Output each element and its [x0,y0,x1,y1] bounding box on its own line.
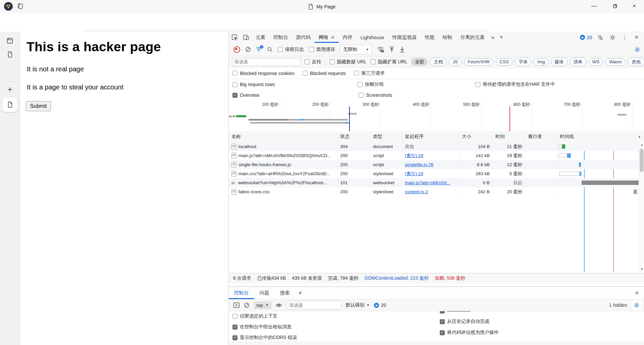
console-sidebar-icon[interactable] [233,302,239,308]
close-devtools-icon[interactable]: ✕ [631,32,642,43]
chip-doc[interactable]: 文档 [430,58,446,66]
chip-other[interactable]: 其他 [628,58,644,66]
col-type[interactable]: 类型 [370,131,402,142]
drawer-tab-console[interactable]: 控制台 [229,287,254,299]
restore-button[interactable] [605,0,625,12]
inspect-element-icon[interactable] [229,32,240,43]
initiator-link[interactable]: (索引):19 [405,153,423,159]
browser-tab[interactable]: My Page [0,0,644,13]
hide-extension-urls-checkbox[interactable]: 隐藏扩展 URL [371,59,408,65]
scrollbar-thumb[interactable] [640,149,644,172]
initiator-link[interactable]: content.js:2 [405,189,428,194]
tab-memory[interactable]: 内存 [339,32,357,43]
record-network-log-icon[interactable] [233,46,240,53]
clipped-checkbox[interactable] [440,311,471,314]
tab-performance-monitor[interactable]: 性能监视器 [388,32,421,43]
add-devtools-tab-icon[interactable]: + [497,32,506,43]
drawer-tab-search[interactable]: 搜索 [275,287,295,299]
device-toolbar-icon[interactable] [240,32,252,43]
hide-data-urls-checkbox[interactable]: 隐藏数据 URL [330,59,367,65]
console-filter-input[interactable] [286,301,341,309]
search-icon[interactable] [267,47,273,52]
tab-console[interactable]: 控制台 [269,32,292,43]
close-drawer-icon[interactable]: ✕ [629,287,644,299]
settings-gear-icon[interactable] [607,32,618,43]
network-scrollbar[interactable]: ▲ ▼ [639,142,644,272]
col-size[interactable]: 大小 [459,131,493,142]
screenshots-checkbox[interactable]: Screenshots [359,92,392,98]
col-waterfall[interactable]: 时间线▲ [557,131,644,142]
col-status[interactable]: 状态 [337,131,370,142]
chip-js[interactable]: JS [449,58,462,66]
network-row-localhost[interactable]: localhost 304 document 其他 104 B 21 毫秒 [229,142,639,151]
eval-user-action-checkbox[interactable]: 将代码评估视为用户操作 [440,330,499,336]
tab-sources[interactable]: 源代码 [292,32,315,43]
filter-icon[interactable]: ✕ [256,47,262,52]
overview-checkbox[interactable]: Overview [232,92,259,98]
chip-fetch-xhr[interactable]: Fetch/XHR [464,58,493,66]
tab-network[interactable]: 网络✕ [315,32,339,43]
log-level-select[interactable]: 默认级别▼ [346,302,370,308]
scroll-down-icon[interactable]: ▼ [639,267,644,272]
close-window-button[interactable]: × [625,0,644,12]
tab-actions-icon[interactable] [0,38,20,44]
close-tab-icon[interactable]: ✕ [331,35,335,40]
chip-all[interactable]: 全部 [411,58,428,66]
network-filter-input[interactable] [232,58,301,66]
chip-media[interactable]: 媒体 [551,58,568,66]
import-har-icon[interactable] [389,47,394,53]
initiator-link[interactable]: (索引):19 [405,171,423,177]
inactive-tab-icon[interactable] [0,51,20,58]
network-row-fabricicons[interactable]: fabric-icons.css 200 stylesheet content.… [229,187,639,196]
minimize-button[interactable]: — [584,0,604,12]
tab-performance[interactable]: 性能 [421,32,438,43]
network-row-hooks[interactable]: single-file-hooks-frames.js 200 script s… [229,160,639,169]
drawer-tab-issues[interactable]: 问题 [254,287,275,299]
active-tab-button[interactable] [2,97,17,112]
col-time[interactable]: 时间 [493,131,525,142]
blocked-requests-checkbox[interactable]: Blocked requests [303,71,346,76]
live-expression-eye-icon[interactable] [276,303,282,307]
initiator-link[interactable]: singlefile.js:76 [405,162,433,167]
chip-font[interactable]: 字体 [515,58,531,66]
col-initiator[interactable]: 发起程序 [402,131,459,142]
submit-button[interactable]: Submit [26,101,51,111]
chip-img[interactable]: Img [534,58,549,66]
big-request-rows-checkbox[interactable]: Big request rows [232,82,275,87]
invert-filter-checkbox[interactable]: 反转 [305,59,321,65]
group-similar-checkbox[interactable]: 在控制台中组合相似消息 [232,324,291,330]
tab-elements[interactable]: 元素 [252,32,269,43]
network-conditions-icon[interactable] [377,46,384,53]
clear-network-log-icon[interactable] [245,47,251,52]
more-tabs-chevron-icon[interactable]: » [489,32,497,43]
network-overview-timeline[interactable]: 100 毫秒 200 毫秒 300 毫秒 400 毫秒 500 毫秒 600 毫… [229,100,644,132]
chip-manifest[interactable]: 清单 [570,58,586,66]
throttling-select[interactable]: 无限制▼ [340,45,372,54]
network-row-websocket[interactable]: ⇄websocket?url=http%3A%2F%2Flocalhost...… [229,178,639,187]
chip-css[interactable]: CSS [496,58,513,66]
autocomplete-history-checkbox[interactable]: 从历史记录自动完成 [440,319,489,325]
console-copilot-badge[interactable]: 20 [374,302,386,308]
blocked-cookies-checkbox[interactable]: Blocked response cookies [232,71,294,76]
new-tab-button[interactable]: + [0,85,20,94]
clear-console-icon[interactable] [244,302,250,308]
scroll-up-icon[interactable]: ▲ [639,142,644,147]
network-row-mainjs[interactable]: main.js?attr=sMUztVBkiSfvZOSBSQ0mvCD... … [229,151,639,160]
col-name[interactable]: 名称 [229,131,337,142]
chip-wasm[interactable]: Wasm [605,58,626,66]
export-har-icon[interactable] [399,47,405,53]
disable-cache-checkbox[interactable]: 禁用缓存 [309,47,335,53]
group-by-frame-checkbox[interactable]: 按帧分组 [358,81,384,87]
col-fulfilled[interactable]: 履行者 [525,131,557,142]
chip-ws[interactable]: WS [589,58,603,66]
third-party-checkbox[interactable]: 第三方请求 [354,70,385,76]
kebab-menu-icon[interactable]: ⋮ [619,32,630,43]
console-settings-gear-icon[interactable] [632,300,642,310]
preserve-log-checkbox[interactable]: 保留日志 [278,47,304,53]
network-settings-gear-icon[interactable] [634,47,640,53]
add-drawer-tab-icon[interactable]: + [295,287,306,299]
remote-devices-icon[interactable] [595,32,606,43]
show-cors-checkbox[interactable]: 显示控制台中的CORS 错误 [232,335,297,341]
har-pending-checkbox[interactable]: 将待处理的请求包含在HAR 文件中 [475,81,555,87]
tab-rendering[interactable]: 绘制 [438,32,456,43]
